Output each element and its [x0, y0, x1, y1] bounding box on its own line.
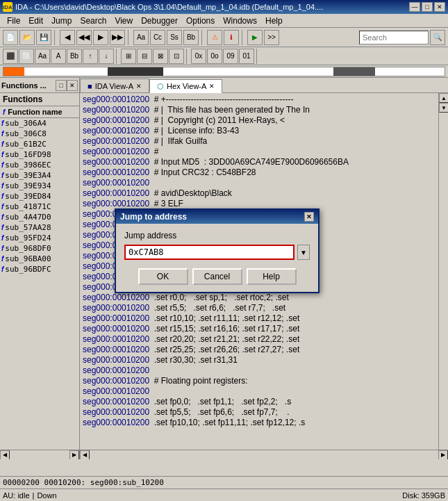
dialog-input-row: ▼: [124, 245, 310, 260]
dialog-dropdown-btn[interactable]: ▼: [297, 245, 310, 260]
dialog-help-button[interactable]: Help: [247, 268, 297, 285]
jump-address-input[interactable]: [124, 245, 294, 260]
dialog-close-button[interactable]: ✕: [304, 212, 314, 222]
dialog-content: Jump address ▼ OK Cancel Help: [116, 224, 318, 292]
dialog-jump-label: Jump address: [124, 231, 310, 240]
dialog-title-text: Jump to address: [120, 212, 187, 222]
dialog-title-bar: Jump to address ✕: [116, 210, 318, 224]
dialog-overlay: Jump to address ✕ Jump address ▼ OK Canc…: [0, 0, 448, 501]
dialog-ok-button[interactable]: OK: [138, 268, 188, 285]
dialog-cancel-button[interactable]: Cancel: [192, 268, 242, 285]
dialog-buttons: OK Cancel Help: [124, 268, 310, 285]
jump-dialog: Jump to address ✕ Jump address ▼ OK Canc…: [115, 208, 320, 293]
